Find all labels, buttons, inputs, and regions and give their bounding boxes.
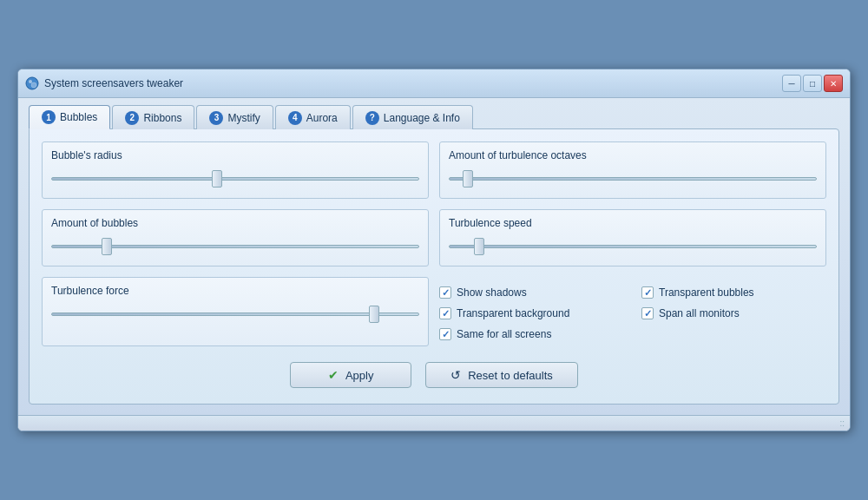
slider-thumb-turbulence-force[interactable] [369,306,379,323]
tab-num-mystify: 3 [209,111,223,125]
reset-icon: ↺ [450,368,461,382]
tab-ribbons[interactable]: 2 Ribbons [112,105,194,129]
checkbox-span-monitors-label: Span all monitors [659,307,740,319]
tab-num-ribbons: 2 [125,111,139,125]
content-area: Bubble's radius Amount of turbulence oct… [29,128,839,405]
tab-aurora[interactable]: 4 Aurora [275,105,351,129]
tab-bar: 1 Bubbles 2 Ribbons 3 Mystify 4 Aurora ?… [29,105,839,129]
checkbox-transparent-bubbles-box[interactable] [641,286,654,299]
slider-group-amount-bubbles: Amount of bubbles [42,209,429,266]
slider-thumb-turbulence-octaves[interactable] [463,170,473,188]
minimize-button[interactable]: ─ [782,75,801,92]
slider-track-turbulence-octaves [449,177,817,181]
checkbox-show-shadows-box[interactable] [439,286,451,299]
buttons-area: ✔ Apply ↺ Reset to defaults [42,359,826,391]
status-bar: :: [18,415,850,431]
slider-thumb-amount-bubbles[interactable] [102,238,112,255]
checkboxes-panel: Show shadows Transparent bubbles Transpa… [439,277,826,346]
maximize-button[interactable]: □ [803,75,822,92]
checkbox-same-screens[interactable]: Same for all screens [439,326,624,343]
app-icon [25,76,39,90]
checkbox-show-shadows-label: Show shadows [457,286,527,299]
tab-label-mystify: Mystify [227,112,260,124]
slider-container-bubbles-radius [51,170,419,188]
reset-label: Reset to defaults [468,369,553,382]
slider-track-turbulence-speed [449,245,817,248]
slider-container-turbulence-speed [449,238,817,255]
tab-language[interactable]: ? Language & Info [352,105,473,129]
reset-button[interactable]: ↺ Reset to defaults [425,362,578,388]
apply-label: Apply [345,369,374,382]
svg-point-1 [29,80,32,83]
sliders-grid: Bubble's radius Amount of turbulence oct… [42,141,826,266]
checkbox-span-monitors[interactable]: Span all monitors [641,305,826,322]
title-bar-left: System screensavers tweaker [25,76,183,90]
tab-num-aurora: 4 [288,111,302,125]
apply-icon: ✔ [328,368,339,382]
slider-label-bubbles-radius: Bubble's radius [51,149,419,161]
slider-thumb-bubbles-radius[interactable] [212,170,222,188]
tab-mystify[interactable]: 3 Mystify [196,105,273,129]
slider-track-amount-bubbles [51,245,419,248]
checkbox-transparent-bubbles[interactable]: Transparent bubbles [641,284,826,301]
slider-label-turbulence-speed: Turbulence speed [449,217,817,229]
slider-container-turbulence-octaves [449,170,817,188]
checkbox-span-monitors-box[interactable] [641,307,654,319]
tab-num-language: ? [365,111,379,125]
tab-label-language: Language & Info [384,112,460,124]
tab-num-bubbles: 1 [42,110,56,124]
apply-button[interactable]: ✔ Apply [290,362,411,388]
tab-label-aurora: Aurora [306,112,338,124]
slider-label-amount-bubbles: Amount of bubbles [51,217,419,229]
checkbox-transparent-bg-label: Transparent background [457,307,569,319]
tab-label-bubbles: Bubbles [60,111,97,123]
bottom-grid: Turbulence force Show shadows [42,277,826,346]
checkboxes-area: Show shadows Transparent bubbles Transpa… [439,284,826,343]
checkbox-transparent-bubbles-label: Transparent bubbles [659,286,754,299]
checkbox-transparent-bg[interactable]: Transparent background [439,305,624,322]
slider-group-turbulence-octaves: Amount of turbulence octaves [439,141,826,199]
slider-container-amount-bubbles [51,238,419,255]
slider-group-turbulence-speed: Turbulence speed [439,209,826,266]
main-window: System screensavers tweaker ─ □ ✕ 1 Bubb… [17,69,851,431]
checkbox-same-screens-box[interactable] [439,328,451,340]
slider-group-turbulence-force: Turbulence force [42,277,429,346]
title-bar: System screensavers tweaker ─ □ ✕ [18,69,850,98]
resize-grip: :: [839,418,845,428]
slider-container-turbulence-force [51,306,419,323]
title-buttons: ─ □ ✕ [782,75,843,92]
slider-label-turbulence-octaves: Amount of turbulence octaves [449,149,817,161]
slider-thumb-turbulence-speed[interactable] [474,238,484,255]
slider-track-turbulence-force [51,312,419,316]
slider-track-bubbles-radius [51,177,419,181]
slider-label-turbulence-force: Turbulence force [51,285,419,297]
window-body: 1 Bubbles 2 Ribbons 3 Mystify 4 Aurora ?… [18,98,850,415]
checkbox-show-shadows[interactable]: Show shadows [439,284,624,301]
checkbox-same-screens-label: Same for all screens [457,328,551,340]
close-button[interactable]: ✕ [824,75,843,92]
tab-bubbles[interactable]: 1 Bubbles [29,105,110,129]
slider-group-bubbles-radius: Bubble's radius [42,141,429,199]
checkbox-transparent-bg-box[interactable] [439,307,451,319]
window-title: System screensavers tweaker [44,77,183,89]
tab-label-ribbons: Ribbons [143,112,181,124]
svg-point-2 [31,82,36,88]
